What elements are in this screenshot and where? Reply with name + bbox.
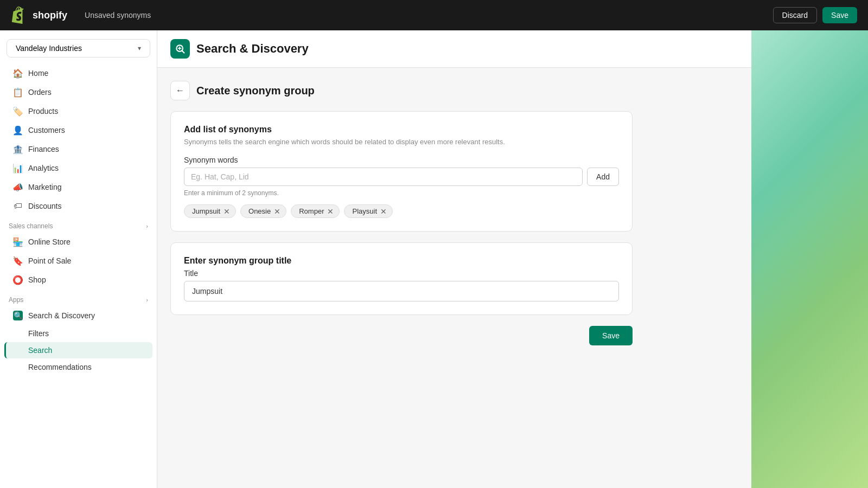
synonym-tag: Romper✕ xyxy=(291,204,340,218)
sales-channels-section: Sales channels › xyxy=(0,216,157,232)
synonym-input-row: Add xyxy=(184,168,619,186)
sidebar-item-analytics[interactable]: 📊Analytics xyxy=(4,159,152,177)
unsaved-title: Unsaved synonyms xyxy=(85,11,773,20)
store-name: Vandelay Industries xyxy=(16,44,82,53)
sidebar-item-products[interactable]: 🏷️Products xyxy=(4,102,152,120)
sidebar-subitem-recommendations[interactable]: Recommendations xyxy=(4,359,152,375)
logo-text: shopify xyxy=(33,10,67,21)
home-icon: 🏠 xyxy=(13,68,23,78)
apps-section: Apps › xyxy=(0,290,157,306)
synonyms-card: Add list of synonyms Synonyms tells the … xyxy=(170,111,633,232)
synonym-tags: Jumpsuit✕Onesie✕Romper✕Playsuit✕ xyxy=(184,204,619,218)
sidebar-item-online-store[interactable]: 🏪Online Store xyxy=(4,233,152,251)
main-content: Search & Discovery ← Create synonym grou… xyxy=(157,30,751,488)
synonym-tag: Onesie✕ xyxy=(240,204,286,218)
sidebar-subitem-search[interactable]: Search xyxy=(4,342,152,358)
save-bottom-button[interactable]: Save xyxy=(589,326,633,345)
remove-tag-button[interactable]: ✕ xyxy=(380,208,387,215)
sidebar: Vandelay Industries ▾ 🏠Home📋Orders🏷️Prod… xyxy=(0,30,157,488)
create-synonym-title: Create synonym group xyxy=(196,85,315,97)
apps: 🔍Search & Discovery xyxy=(0,306,157,325)
content-area: ← Create synonym group Add list of synon… xyxy=(157,68,646,358)
logo: shopify xyxy=(11,7,67,24)
title-card: Enter synonym group title Title xyxy=(170,242,633,315)
finances-icon: 🏦 xyxy=(13,144,23,154)
group-title-input[interactable] xyxy=(184,281,619,301)
sidebar-item-discounts[interactable]: 🏷Discounts xyxy=(4,197,152,215)
save-top-button[interactable]: Save xyxy=(822,7,857,23)
sidebar-item-marketing[interactable]: 📣Marketing xyxy=(4,178,152,196)
shop-icon: ⭕ xyxy=(13,275,23,285)
discounts-icon: 🏷 xyxy=(13,201,23,211)
store-selector[interactable]: Vandelay Industries ▾ xyxy=(7,39,150,57)
sidebar-item-home[interactable]: 🏠Home xyxy=(4,64,152,82)
sidebar-item-point-of-sale[interactable]: 🔖Point of Sale xyxy=(4,252,152,270)
marketing-icon: 📣 xyxy=(13,182,23,192)
page-title: Search & Discovery xyxy=(196,42,309,56)
customers-icon: 👤 xyxy=(13,125,23,135)
remove-tag-button[interactable]: ✕ xyxy=(327,208,334,215)
topbar-actions: Discard Save xyxy=(773,7,857,23)
title-field-label: Title xyxy=(184,269,619,278)
search-discovery-icon: 🔍 xyxy=(13,311,23,320)
decorative-panel xyxy=(751,30,868,488)
back-icon: ← xyxy=(176,86,184,95)
online-store-icon: 🏪 xyxy=(13,237,23,247)
point-of-sale-icon: 🔖 xyxy=(13,256,23,266)
synonyms-card-title: Add list of synonyms xyxy=(184,125,619,134)
add-button[interactable]: Add xyxy=(587,168,619,186)
synonym-words-label: Synonym words xyxy=(184,156,619,164)
sidebar-item-search-discovery[interactable]: 🔍Search & Discovery xyxy=(4,306,152,325)
topbar: shopify Unsaved synonyms Discard Save xyxy=(0,0,868,30)
title-card-heading: Enter synonym group title xyxy=(184,256,619,266)
analytics-icon: 📊 xyxy=(13,163,23,173)
back-button[interactable]: ← xyxy=(170,81,190,100)
remove-tag-button[interactable]: ✕ xyxy=(274,208,280,215)
sidebar-subitem-filters[interactable]: Filters xyxy=(4,325,152,342)
chevron-right-icon: › xyxy=(146,223,148,229)
remove-tag-button[interactable]: ✕ xyxy=(224,208,230,215)
sidebar-item-finances[interactable]: 🏦Finances xyxy=(4,140,152,158)
sales-channels: 🏪Online Store🔖Point of Sale⭕Shop xyxy=(0,233,157,289)
synonyms-card-desc: Synonyms tells the search engine which w… xyxy=(184,138,619,146)
synonym-tag: Playsuit✕ xyxy=(344,204,393,218)
synonym-hint: Enter a minimum of 2 synonyms. xyxy=(184,189,619,197)
nav-items: 🏠Home📋Orders🏷️Products👤Customers🏦Finance… xyxy=(0,64,157,215)
synonym-input[interactable] xyxy=(184,168,583,186)
chevron-right-icon-apps: › xyxy=(146,297,148,303)
chevron-down-icon: ▾ xyxy=(138,44,141,52)
section-header: ← Create synonym group xyxy=(170,81,633,100)
search-discovery-icon xyxy=(170,39,190,59)
save-bottom-row: Save xyxy=(170,326,633,345)
sidebar-item-shop[interactable]: ⭕Shop xyxy=(4,271,152,289)
sub-items: FiltersSearchRecommendations xyxy=(0,325,157,375)
page-header: Search & Discovery xyxy=(157,30,751,68)
discard-button[interactable]: Discard xyxy=(773,7,817,23)
sidebar-item-orders[interactable]: 📋Orders xyxy=(4,83,152,101)
products-icon: 🏷️ xyxy=(13,106,23,116)
sidebar-item-customers[interactable]: 👤Customers xyxy=(4,121,152,139)
orders-icon: 📋 xyxy=(13,87,23,97)
synonym-tag: Jumpsuit✕ xyxy=(184,204,236,218)
